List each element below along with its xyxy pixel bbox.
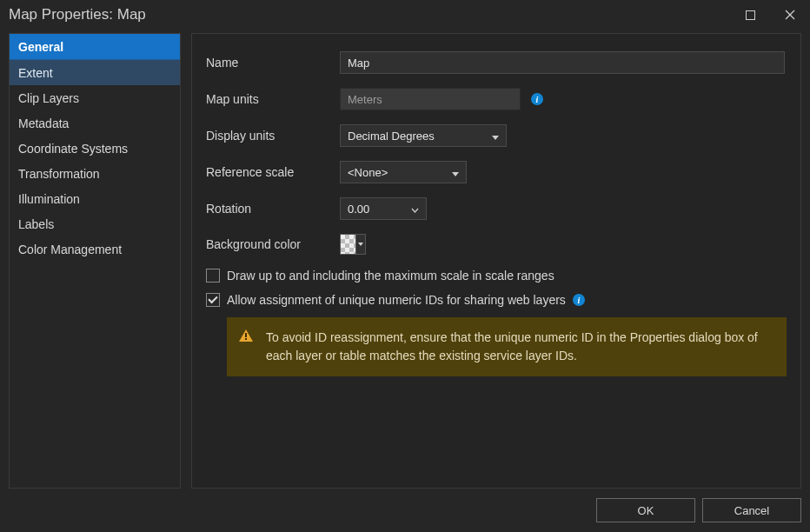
allow-ids-checkbox[interactable] bbox=[206, 293, 220, 307]
sidebar-item-label: Extent bbox=[18, 66, 53, 80]
client-area: General Extent Clip Layers Metadata Coor… bbox=[0, 30, 810, 489]
row-allow-ids: Allow assignment of unique numeric IDs f… bbox=[206, 293, 787, 307]
sidebar-item-clip-layers[interactable]: Clip Layers bbox=[10, 85, 180, 110]
display-units-label: Display units bbox=[206, 129, 340, 143]
draw-max-scale-label: Draw up to and including the maximum sca… bbox=[227, 269, 554, 283]
warning-banner: To avoid ID reassignment, ensure that th… bbox=[227, 317, 787, 376]
titlebar: Map Properties: Map bbox=[0, 0, 810, 30]
sidebar: General Extent Clip Layers Metadata Coor… bbox=[9, 33, 181, 489]
chevron-down-icon bbox=[411, 203, 419, 216]
name-input[interactable]: Map bbox=[340, 51, 785, 74]
map-units-label: Map units bbox=[206, 92, 340, 106]
svg-rect-0 bbox=[746, 10, 754, 19]
row-reference-scale: Reference scale <None> bbox=[206, 161, 787, 183]
sidebar-item-label: Clip Layers bbox=[18, 91, 79, 105]
footer: OK Cancel bbox=[0, 489, 810, 532]
warning-icon bbox=[238, 329, 254, 342]
draw-max-scale-checkbox[interactable] bbox=[206, 269, 220, 283]
sidebar-item-general[interactable]: General bbox=[10, 34, 180, 60]
row-name: Name Map bbox=[206, 51, 787, 74]
rotation-label: Rotation bbox=[206, 202, 340, 216]
sidebar-item-transformation[interactable]: Transformation bbox=[10, 161, 180, 186]
name-label: Name bbox=[206, 56, 340, 70]
rotation-input[interactable]: 0.00 bbox=[340, 197, 427, 220]
maximize-button[interactable] bbox=[730, 0, 770, 30]
sidebar-item-label: Color Management bbox=[18, 243, 122, 256]
sidebar-item-label: Labels bbox=[18, 217, 54, 231]
window-title: Map Properties: Map bbox=[9, 6, 146, 23]
display-units-combo[interactable]: Decimal Degrees bbox=[340, 124, 507, 147]
info-icon[interactable]: i bbox=[573, 294, 585, 306]
sidebar-item-illumination[interactable]: Illumination bbox=[10, 186, 180, 211]
background-color-label: Background color bbox=[206, 237, 340, 251]
row-map-units: Map units Meters i bbox=[206, 88, 787, 110]
warning-text: To avoid ID reassignment, ensure that th… bbox=[266, 329, 772, 365]
sidebar-item-label: Transformation bbox=[18, 167, 100, 181]
map-units-value: Meters bbox=[340, 88, 521, 110]
chevron-down-icon bbox=[355, 235, 365, 254]
svg-marker-5 bbox=[358, 243, 363, 246]
chevron-down-icon bbox=[452, 166, 459, 179]
map-properties-window: Map Properties: Map General Extent Clip … bbox=[0, 0, 810, 532]
sidebar-item-color-management[interactable]: Color Management bbox=[10, 236, 180, 262]
sidebar-item-label: Illumination bbox=[18, 192, 80, 206]
cancel-button[interactable]: Cancel bbox=[702, 498, 801, 522]
no-color-swatch bbox=[341, 235, 355, 254]
row-background: Background color bbox=[206, 234, 787, 255]
ok-button[interactable]: OK bbox=[596, 498, 695, 522]
svg-marker-4 bbox=[452, 172, 459, 176]
sidebar-item-label: General bbox=[18, 40, 63, 54]
svg-rect-7 bbox=[245, 333, 247, 337]
reference-scale-label: Reference scale bbox=[206, 165, 340, 179]
content-panel: Name Map Map units Meters i Display unit… bbox=[191, 33, 801, 489]
sidebar-item-label: Metadata bbox=[18, 116, 69, 130]
chevron-down-icon bbox=[492, 130, 499, 143]
sidebar-item-coordinate-systems[interactable]: Coordinate Systems bbox=[10, 136, 180, 161]
close-button[interactable] bbox=[770, 0, 810, 30]
sidebar-item-metadata[interactable]: Metadata bbox=[10, 110, 180, 136]
sidebar-item-label: Coordinate Systems bbox=[18, 142, 128, 156]
svg-marker-3 bbox=[492, 136, 499, 140]
allow-ids-label: Allow assignment of unique numeric IDs f… bbox=[227, 293, 566, 307]
svg-rect-8 bbox=[245, 338, 247, 340]
row-rotation: Rotation 0.00 bbox=[206, 197, 787, 220]
row-draw-max-scale: Draw up to and including the maximum sca… bbox=[206, 269, 787, 283]
sidebar-item-extent[interactable]: Extent bbox=[10, 60, 180, 85]
background-color-picker[interactable] bbox=[340, 234, 366, 255]
info-icon[interactable]: i bbox=[531, 93, 543, 105]
row-display-units: Display units Decimal Degrees bbox=[206, 124, 787, 147]
window-controls bbox=[730, 0, 810, 30]
reference-scale-combo[interactable]: <None> bbox=[340, 161, 467, 183]
sidebar-item-labels[interactable]: Labels bbox=[10, 211, 180, 236]
